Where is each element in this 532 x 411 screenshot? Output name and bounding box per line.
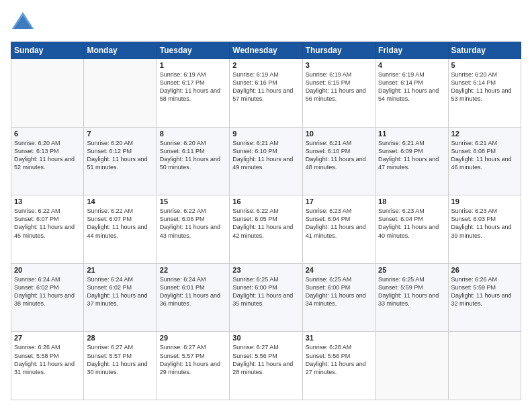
day-number: 6 [14, 130, 81, 138]
day-number: 9 [232, 130, 299, 138]
page: SundayMondayTuesdayWednesdayThursdayFrid… [0, 0, 532, 411]
day-info: Sunrise: 6:27 AM Sunset: 5:57 PM Dayligh… [87, 343, 153, 376]
day-number: 22 [160, 266, 226, 274]
day-number: 4 [378, 61, 445, 69]
calendar-cell: 13Sunrise: 6:22 AM Sunset: 6:07 PM Dayli… [11, 195, 84, 264]
day-info: Sunrise: 6:28 AM Sunset: 5:56 PM Dayligh… [306, 343, 372, 376]
day-number: 21 [87, 266, 153, 274]
day-number: 11 [378, 130, 445, 138]
day-info: Sunrise: 6:21 AM Sunset: 6:09 PM Dayligh… [378, 139, 445, 172]
weekday-header-thursday: Thursday [302, 42, 375, 59]
day-number: 23 [232, 266, 299, 274]
day-info: Sunrise: 6:25 AM Sunset: 6:00 PM Dayligh… [306, 275, 372, 308]
calendar-cell: 29Sunrise: 6:27 AM Sunset: 5:57 PM Dayli… [157, 332, 229, 400]
calendar-cell: 28Sunrise: 6:27 AM Sunset: 5:57 PM Dayli… [84, 332, 157, 400]
day-number: 12 [451, 130, 518, 138]
calendar-cell: 2Sunrise: 6:19 AM Sunset: 6:16 PM Daylig… [230, 59, 302, 128]
calendar-cell: 4Sunrise: 6:19 AM Sunset: 6:14 PM Daylig… [375, 59, 448, 128]
day-info: Sunrise: 6:26 AM Sunset: 5:58 PM Dayligh… [14, 343, 81, 376]
logo [11, 11, 38, 35]
day-number: 1 [160, 61, 226, 69]
calendar-cell: 7Sunrise: 6:20 AM Sunset: 6:12 PM Daylig… [84, 127, 157, 195]
day-number: 13 [14, 197, 81, 205]
calendar-cell: 14Sunrise: 6:22 AM Sunset: 6:07 PM Dayli… [84, 195, 157, 264]
day-info: Sunrise: 6:21 AM Sunset: 6:10 PM Dayligh… [306, 139, 372, 172]
calendar-cell: 1Sunrise: 6:19 AM Sunset: 6:17 PM Daylig… [157, 59, 229, 128]
calendar-cell: 12Sunrise: 6:21 AM Sunset: 6:08 PM Dayli… [448, 127, 521, 195]
day-number: 16 [232, 197, 299, 205]
day-info: Sunrise: 6:24 AM Sunset: 6:02 PM Dayligh… [14, 275, 81, 308]
day-info: Sunrise: 6:20 AM Sunset: 6:11 PM Dayligh… [160, 139, 226, 172]
day-number: 8 [160, 130, 226, 138]
day-info: Sunrise: 6:24 AM Sunset: 6:01 PM Dayligh… [160, 275, 226, 308]
week-row-1: 6Sunrise: 6:20 AM Sunset: 6:13 PM Daylig… [11, 127, 521, 195]
day-info: Sunrise: 6:23 AM Sunset: 6:04 PM Dayligh… [306, 207, 372, 240]
calendar-cell: 3Sunrise: 6:19 AM Sunset: 6:15 PM Daylig… [302, 59, 375, 128]
day-info: Sunrise: 6:21 AM Sunset: 6:10 PM Dayligh… [232, 139, 299, 172]
calendar-cell: 21Sunrise: 6:24 AM Sunset: 6:02 PM Dayli… [84, 263, 157, 332]
day-info: Sunrise: 6:19 AM Sunset: 6:17 PM Dayligh… [160, 71, 226, 103]
day-info: Sunrise: 6:23 AM Sunset: 6:04 PM Dayligh… [378, 207, 445, 240]
day-number: 27 [14, 334, 81, 342]
header [11, 11, 521, 35]
calendar-cell: 27Sunrise: 6:26 AM Sunset: 5:58 PM Dayli… [11, 332, 84, 400]
day-number: 28 [87, 334, 153, 342]
calendar-cell [375, 332, 448, 400]
day-info: Sunrise: 6:21 AM Sunset: 6:08 PM Dayligh… [451, 139, 518, 172]
logo-icon [11, 11, 35, 35]
day-info: Sunrise: 6:23 AM Sunset: 6:03 PM Dayligh… [451, 207, 518, 240]
weekday-header-sunday: Sunday [11, 42, 84, 59]
day-number: 29 [160, 334, 226, 342]
day-info: Sunrise: 6:25 AM Sunset: 6:00 PM Dayligh… [232, 275, 299, 308]
day-info: Sunrise: 6:22 AM Sunset: 6:07 PM Dayligh… [87, 207, 153, 240]
day-info: Sunrise: 6:22 AM Sunset: 6:06 PM Dayligh… [160, 207, 226, 240]
calendar-cell [84, 59, 157, 128]
weekday-header-friday: Friday [375, 42, 448, 59]
day-info: Sunrise: 6:19 AM Sunset: 6:15 PM Dayligh… [306, 71, 372, 103]
day-number: 18 [378, 197, 445, 205]
day-number: 17 [306, 197, 372, 205]
day-number: 10 [306, 130, 372, 138]
day-info: Sunrise: 6:20 AM Sunset: 6:13 PM Dayligh… [14, 139, 81, 172]
calendar-cell: 9Sunrise: 6:21 AM Sunset: 6:10 PM Daylig… [230, 127, 302, 195]
week-row-3: 20Sunrise: 6:24 AM Sunset: 6:02 PM Dayli… [11, 263, 521, 332]
day-info: Sunrise: 6:20 AM Sunset: 6:12 PM Dayligh… [87, 139, 153, 172]
weekday-header-row: SundayMondayTuesdayWednesdayThursdayFrid… [11, 42, 521, 59]
week-row-0: 1Sunrise: 6:19 AM Sunset: 6:17 PM Daylig… [11, 59, 521, 128]
day-info: Sunrise: 6:19 AM Sunset: 6:14 PM Dayligh… [378, 71, 445, 103]
day-number: 26 [451, 266, 518, 274]
calendar-cell: 23Sunrise: 6:25 AM Sunset: 6:00 PM Dayli… [230, 263, 302, 332]
day-info: Sunrise: 6:22 AM Sunset: 6:05 PM Dayligh… [232, 207, 299, 240]
day-info: Sunrise: 6:27 AM Sunset: 5:57 PM Dayligh… [160, 343, 226, 376]
day-number: 15 [160, 197, 226, 205]
weekday-header-monday: Monday [84, 42, 157, 59]
week-row-2: 13Sunrise: 6:22 AM Sunset: 6:07 PM Dayli… [11, 195, 521, 264]
calendar-table: SundayMondayTuesdayWednesdayThursdayFrid… [11, 42, 521, 400]
calendar-cell: 10Sunrise: 6:21 AM Sunset: 6:10 PM Dayli… [302, 127, 375, 195]
weekday-header-saturday: Saturday [448, 42, 521, 59]
calendar-cell: 11Sunrise: 6:21 AM Sunset: 6:09 PM Dayli… [375, 127, 448, 195]
day-number: 20 [14, 266, 81, 274]
calendar-cell: 16Sunrise: 6:22 AM Sunset: 6:05 PM Dayli… [230, 195, 302, 264]
day-number: 30 [232, 334, 299, 342]
calendar-cell: 24Sunrise: 6:25 AM Sunset: 6:00 PM Dayli… [302, 263, 375, 332]
calendar-cell [11, 59, 84, 128]
calendar-cell: 8Sunrise: 6:20 AM Sunset: 6:11 PM Daylig… [157, 127, 229, 195]
calendar-cell: 19Sunrise: 6:23 AM Sunset: 6:03 PM Dayli… [448, 195, 521, 264]
weekday-header-wednesday: Wednesday [230, 42, 302, 59]
weekday-header-tuesday: Tuesday [157, 42, 229, 59]
day-info: Sunrise: 6:19 AM Sunset: 6:16 PM Dayligh… [232, 71, 299, 103]
day-number: 3 [306, 61, 372, 69]
day-number: 7 [87, 130, 153, 138]
calendar-cell: 6Sunrise: 6:20 AM Sunset: 6:13 PM Daylig… [11, 127, 84, 195]
day-number: 2 [232, 61, 299, 69]
calendar-cell: 15Sunrise: 6:22 AM Sunset: 6:06 PM Dayli… [157, 195, 229, 264]
day-number: 19 [451, 197, 518, 205]
calendar-cell: 17Sunrise: 6:23 AM Sunset: 6:04 PM Dayli… [302, 195, 375, 264]
day-info: Sunrise: 6:24 AM Sunset: 6:02 PM Dayligh… [87, 275, 153, 308]
day-number: 24 [306, 266, 372, 274]
day-info: Sunrise: 6:22 AM Sunset: 6:07 PM Dayligh… [14, 207, 81, 240]
week-row-4: 27Sunrise: 6:26 AM Sunset: 5:58 PM Dayli… [11, 332, 521, 400]
calendar-cell: 31Sunrise: 6:28 AM Sunset: 5:56 PM Dayli… [302, 332, 375, 400]
calendar-cell: 30Sunrise: 6:27 AM Sunset: 5:56 PM Dayli… [230, 332, 302, 400]
